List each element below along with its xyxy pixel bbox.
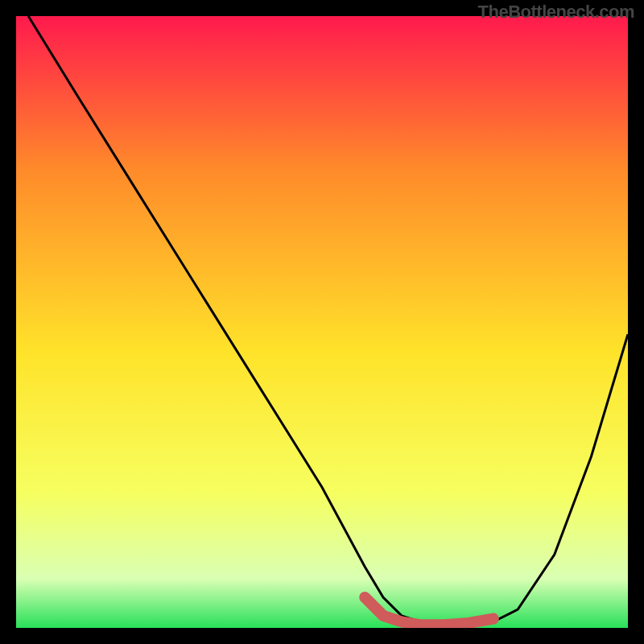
- chart-svg: [16, 16, 628, 628]
- chart-frame: { "watermark": "TheBottleneck.com", "cha…: [0, 0, 644, 644]
- watermark: TheBottleneck.com: [478, 2, 634, 23]
- plot-area: [16, 16, 628, 628]
- gradient-background: [16, 16, 628, 628]
